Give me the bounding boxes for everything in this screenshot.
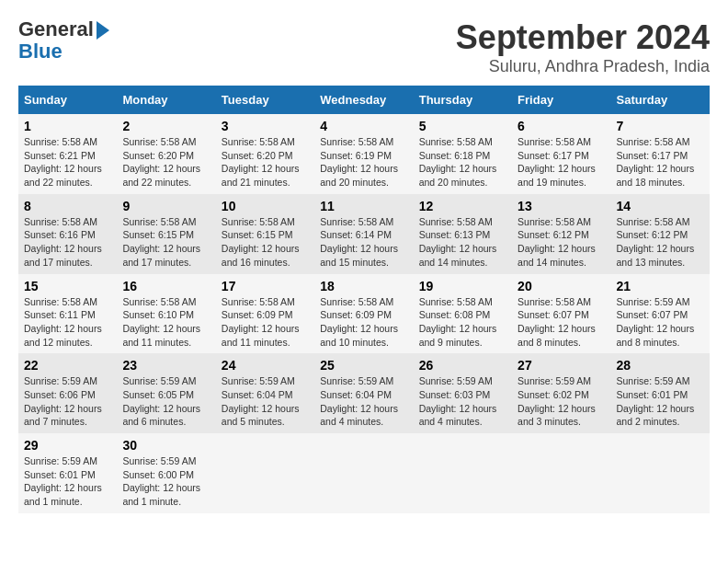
week-row-5: 29Sunrise: 5:59 AM Sunset: 6:01 PM Dayli… — [18, 433, 710, 513]
day-number: 3 — [222, 119, 309, 133]
day-number: 9 — [122, 199, 210, 213]
day-info: Sunrise: 5:58 AM Sunset: 6:12 PM Dayligh… — [617, 215, 704, 270]
col-header-thursday: Thursday — [414, 86, 512, 114]
day-info: Sunrise: 5:58 AM Sunset: 6:17 PM Dayligh… — [518, 135, 605, 190]
day-cell: 9Sunrise: 5:58 AM Sunset: 6:15 PM Daylig… — [117, 194, 215, 274]
day-number: 2 — [122, 119, 210, 133]
title-area: September 2024 Suluru, Andhra Pradesh, I… — [456, 18, 710, 76]
col-header-friday: Friday — [512, 86, 610, 114]
day-cell — [314, 433, 413, 513]
day-cell — [216, 433, 314, 513]
col-header-tuesday: Tuesday — [216, 86, 314, 114]
day-info: Sunrise: 5:58 AM Sunset: 6:10 PM Dayligh… — [122, 295, 210, 350]
day-cell: 15Sunrise: 5:58 AM Sunset: 6:11 PM Dayli… — [18, 274, 117, 354]
day-number: 11 — [320, 199, 407, 213]
day-number: 26 — [419, 358, 506, 373]
day-number: 19 — [419, 279, 506, 293]
week-row-3: 15Sunrise: 5:58 AM Sunset: 6:11 PM Dayli… — [18, 274, 710, 354]
day-info: Sunrise: 5:58 AM Sunset: 6:15 PM Dayligh… — [222, 215, 309, 270]
day-info: Sunrise: 5:58 AM Sunset: 6:20 PM Dayligh… — [122, 135, 210, 190]
day-info: Sunrise: 5:59 AM Sunset: 6:01 PM Dayligh… — [617, 374, 704, 429]
day-info: Sunrise: 5:59 AM Sunset: 6:01 PM Dayligh… — [24, 454, 111, 509]
day-number: 7 — [617, 119, 704, 133]
day-info: Sunrise: 5:58 AM Sunset: 6:20 PM Dayligh… — [222, 135, 309, 190]
day-number: 1 — [24, 119, 111, 133]
header-row: SundayMondayTuesdayWednesdayThursdayFrid… — [18, 86, 710, 114]
day-cell: 21Sunrise: 5:59 AM Sunset: 6:07 PM Dayli… — [611, 274, 710, 354]
col-header-wednesday: Wednesday — [314, 86, 413, 114]
day-number: 10 — [222, 199, 309, 213]
day-cell: 12Sunrise: 5:58 AM Sunset: 6:13 PM Dayli… — [414, 194, 512, 274]
day-cell — [414, 433, 512, 513]
day-info: Sunrise: 5:59 AM Sunset: 6:06 PM Dayligh… — [24, 374, 111, 429]
day-number: 30 — [122, 438, 210, 453]
day-info: Sunrise: 5:59 AM Sunset: 6:02 PM Dayligh… — [518, 374, 605, 429]
day-number: 13 — [518, 199, 605, 213]
day-cell: 28Sunrise: 5:59 AM Sunset: 6:01 PM Dayli… — [611, 353, 710, 433]
day-number: 5 — [419, 119, 506, 133]
day-info: Sunrise: 5:58 AM Sunset: 6:07 PM Dayligh… — [518, 295, 605, 350]
day-number: 22 — [24, 358, 111, 373]
logo-blue: Blue — [18, 40, 63, 63]
day-cell: 1Sunrise: 5:58 AM Sunset: 6:21 PM Daylig… — [18, 114, 117, 194]
day-number: 15 — [24, 279, 111, 293]
week-row-4: 22Sunrise: 5:59 AM Sunset: 6:06 PM Dayli… — [18, 353, 710, 433]
day-cell: 7Sunrise: 5:58 AM Sunset: 6:17 PM Daylig… — [611, 114, 710, 194]
day-number: 27 — [518, 358, 605, 373]
day-cell: 27Sunrise: 5:59 AM Sunset: 6:02 PM Dayli… — [512, 353, 610, 433]
day-cell — [512, 433, 610, 513]
day-cell: 18Sunrise: 5:58 AM Sunset: 6:09 PM Dayli… — [314, 274, 413, 354]
day-number: 23 — [122, 358, 210, 373]
day-number: 4 — [320, 119, 407, 133]
month-title: September 2024 — [456, 18, 710, 57]
day-info: Sunrise: 5:58 AM Sunset: 6:11 PM Dayligh… — [24, 295, 111, 350]
day-number: 20 — [518, 279, 605, 293]
week-row-2: 8Sunrise: 5:58 AM Sunset: 6:16 PM Daylig… — [18, 194, 710, 274]
day-cell: 24Sunrise: 5:59 AM Sunset: 6:04 PM Dayli… — [216, 353, 314, 433]
day-info: Sunrise: 5:58 AM Sunset: 6:15 PM Dayligh… — [122, 215, 210, 270]
day-info: Sunrise: 5:59 AM Sunset: 6:00 PM Dayligh… — [122, 454, 210, 509]
day-number: 24 — [222, 358, 309, 373]
day-cell: 13Sunrise: 5:58 AM Sunset: 6:12 PM Dayli… — [512, 194, 610, 274]
day-number: 16 — [122, 279, 210, 293]
day-number: 18 — [320, 279, 407, 293]
day-cell: 3Sunrise: 5:58 AM Sunset: 6:20 PM Daylig… — [216, 114, 314, 194]
day-info: Sunrise: 5:58 AM Sunset: 6:08 PM Dayligh… — [419, 295, 506, 350]
day-info: Sunrise: 5:59 AM Sunset: 6:04 PM Dayligh… — [320, 374, 407, 429]
day-info: Sunrise: 5:59 AM Sunset: 6:07 PM Dayligh… — [617, 295, 704, 350]
day-cell: 8Sunrise: 5:58 AM Sunset: 6:16 PM Daylig… — [18, 194, 117, 274]
day-number: 25 — [320, 358, 407, 373]
day-cell: 16Sunrise: 5:58 AM Sunset: 6:10 PM Dayli… — [117, 274, 215, 354]
header: General Blue September 2024 Suluru, Andh… — [18, 18, 710, 76]
day-number: 17 — [222, 279, 309, 293]
day-number: 28 — [617, 358, 704, 373]
day-info: Sunrise: 5:58 AM Sunset: 6:09 PM Dayligh… — [222, 295, 309, 350]
day-info: Sunrise: 5:58 AM Sunset: 6:19 PM Dayligh… — [320, 135, 407, 190]
day-info: Sunrise: 5:59 AM Sunset: 6:03 PM Dayligh… — [419, 374, 506, 429]
day-info: Sunrise: 5:58 AM Sunset: 6:13 PM Dayligh… — [419, 215, 506, 270]
day-cell: 6Sunrise: 5:58 AM Sunset: 6:17 PM Daylig… — [512, 114, 610, 194]
day-info: Sunrise: 5:58 AM Sunset: 6:16 PM Dayligh… — [24, 215, 111, 270]
day-number: 6 — [518, 119, 605, 133]
day-cell: 30Sunrise: 5:59 AM Sunset: 6:00 PM Dayli… — [117, 433, 215, 513]
day-cell: 10Sunrise: 5:58 AM Sunset: 6:15 PM Dayli… — [216, 194, 314, 274]
col-header-saturday: Saturday — [611, 86, 710, 114]
day-number: 14 — [617, 199, 704, 213]
day-info: Sunrise: 5:59 AM Sunset: 6:05 PM Dayligh… — [122, 374, 210, 429]
day-cell: 22Sunrise: 5:59 AM Sunset: 6:06 PM Dayli… — [18, 353, 117, 433]
day-cell: 19Sunrise: 5:58 AM Sunset: 6:08 PM Dayli… — [414, 274, 512, 354]
day-cell: 20Sunrise: 5:58 AM Sunset: 6:07 PM Dayli… — [512, 274, 610, 354]
day-cell: 29Sunrise: 5:59 AM Sunset: 6:01 PM Dayli… — [18, 433, 117, 513]
day-cell: 23Sunrise: 5:59 AM Sunset: 6:05 PM Dayli… — [117, 353, 215, 433]
calendar-table: SundayMondayTuesdayWednesdayThursdayFrid… — [18, 86, 710, 513]
day-info: Sunrise: 5:58 AM Sunset: 6:17 PM Dayligh… — [617, 135, 704, 190]
day-info: Sunrise: 5:58 AM Sunset: 6:09 PM Dayligh… — [320, 295, 407, 350]
day-info: Sunrise: 5:58 AM Sunset: 6:12 PM Dayligh… — [518, 215, 605, 270]
day-info: Sunrise: 5:58 AM Sunset: 6:14 PM Dayligh… — [320, 215, 407, 270]
col-header-sunday: Sunday — [18, 86, 117, 114]
day-number: 29 — [24, 438, 111, 453]
day-cell: 26Sunrise: 5:59 AM Sunset: 6:03 PM Dayli… — [414, 353, 512, 433]
day-cell: 14Sunrise: 5:58 AM Sunset: 6:12 PM Dayli… — [611, 194, 710, 274]
day-cell: 5Sunrise: 5:58 AM Sunset: 6:18 PM Daylig… — [414, 114, 512, 194]
day-info: Sunrise: 5:58 AM Sunset: 6:18 PM Dayligh… — [419, 135, 506, 190]
